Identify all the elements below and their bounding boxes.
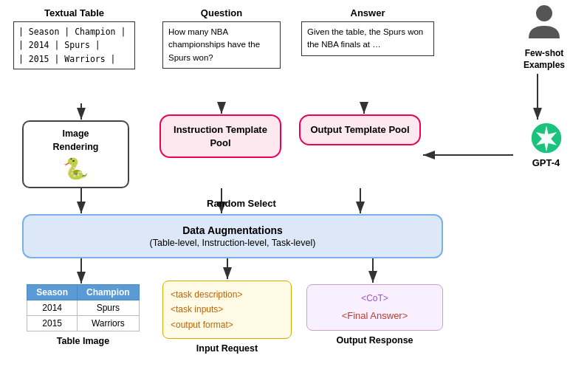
textual-table: Textual Table | Season | Champion | | 20… <box>13 7 135 69</box>
table-cell: 2015 <box>27 316 78 331</box>
input-request-box: <task description> <task inputs> <output… <box>162 281 292 339</box>
input-request-area: <task description> <task inputs> <output… <box>162 281 292 354</box>
table-cell: 2014 <box>27 300 78 316</box>
tag-task-inputs: <task inputs> <box>171 304 223 314</box>
output-pool-box: Output Template Pool <box>299 114 421 145</box>
table-cell: Spurs <box>78 300 140 316</box>
output-response-area: <CoT> <Final Answer> Output Response <box>306 284 443 345</box>
table-header-champion: Champion <box>78 285 140 300</box>
answer-content: Given the table, the Spurs won the NBA f… <box>301 21 434 56</box>
instruction-pool-label: Instruction Template Pool <box>167 123 274 149</box>
textual-table-content: | Season | Champion | | 2014 | Spurs | |… <box>13 21 135 69</box>
output-response-label: Output Response <box>306 335 443 345</box>
gpt4-label: GPT-4 <box>518 157 574 168</box>
person-area: Few-shotExamples <box>515 4 574 71</box>
mini-table: Season Champion 2014 Spurs 2015 Warriors <box>27 284 139 331</box>
question-content: How many NBA championships have the Spur… <box>162 21 281 69</box>
gpt4-box: GPT-4 <box>518 122 574 168</box>
data-aug-box: Data Augmentations (Table-level, Instruc… <box>22 214 443 258</box>
output-pool-label: Output Template Pool <box>306 123 413 137</box>
question-title: Question <box>162 7 281 18</box>
tag-output-format: <output format> <box>171 320 233 330</box>
table-row: 2015 Warriors <box>27 316 139 331</box>
image-rendering-box: ImageRendering 🐍 <box>22 120 129 188</box>
random-select-label: Random Select <box>207 198 276 209</box>
table-image-area: Season Champion 2014 Spurs 2015 Warriors… <box>22 284 144 346</box>
table-cell: Warriors <box>78 316 140 331</box>
diagram: Textual Table | Season | Champion | | 20… <box>0 0 587 392</box>
data-aug-title: Data Augmentations <box>31 224 434 236</box>
table-header-season: Season <box>27 285 78 300</box>
tag-final-answer: <Final Answer> <box>342 310 408 321</box>
textual-table-title: Textual Table <box>13 7 135 18</box>
instruction-pool-box: Instruction Template Pool <box>159 114 281 158</box>
image-rendering-label: ImageRendering <box>28 128 123 154</box>
answer-title: Answer <box>301 7 434 18</box>
input-request-label: Input Request <box>162 343 292 354</box>
table-row: 2014 Spurs <box>27 300 139 316</box>
question-box: Question How many NBA championships have… <box>162 7 281 69</box>
tag-cot: <CoT> <box>361 293 388 303</box>
python-icon: 🐍 <box>28 157 123 181</box>
svg-point-13 <box>536 5 552 21</box>
tag-task-desc: <task description> <box>171 289 242 300</box>
data-aug-subtitle: (Table-level, Instruction-level, Task-le… <box>31 238 434 248</box>
few-shot-label: Few-shotExamples <box>515 48 574 71</box>
person-icon <box>515 4 574 45</box>
table-image-label: Table Image <box>22 336 144 346</box>
output-response-box: <CoT> <Final Answer> <box>306 284 443 331</box>
answer-box: Answer Given the table, the Spurs won th… <box>301 7 434 56</box>
gpt4-icon <box>530 122 563 154</box>
